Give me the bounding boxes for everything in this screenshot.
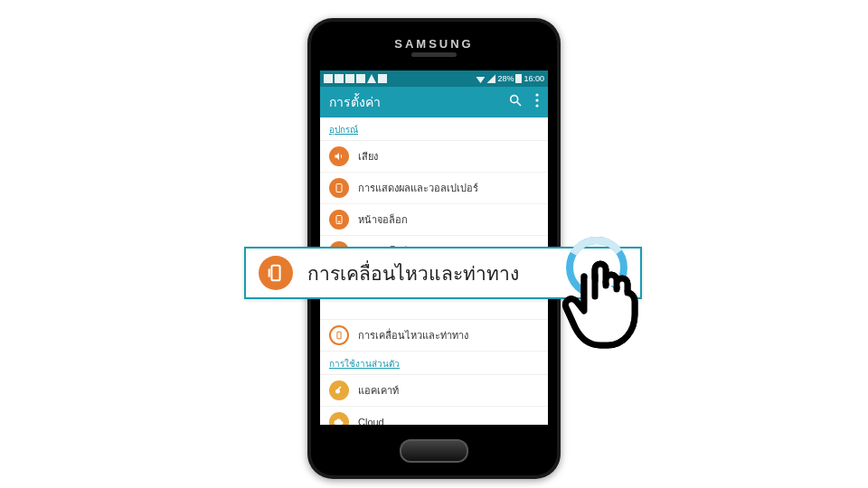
status-left xyxy=(324,74,387,83)
row-label: หน้าจอล็อก xyxy=(358,211,408,228)
row-lockscreen[interactable]: หน้าจอล็อก xyxy=(320,204,548,236)
row-label: แอคเคาท์ xyxy=(358,382,399,399)
row-label: การเคลื่อนไหวและท่าทาง xyxy=(358,327,468,343)
battery-percent: 28% xyxy=(497,74,514,83)
row-motion[interactable]: การเคลื่อนไหวและท่าทาง xyxy=(320,320,548,352)
row-label: การแสดงผลและวอลเปเปอร์ xyxy=(358,180,478,196)
row-account[interactable]: แอคเคาท์ xyxy=(320,375,548,407)
status-right: 28% 16:00 xyxy=(476,74,544,83)
phone-top: SAMSUNG xyxy=(311,22,557,65)
status-bar: 28% 16:00 xyxy=(320,70,548,87)
section-personal: การใช้งานส่วนตัว xyxy=(320,352,548,375)
callout-motion-row[interactable]: การเคลื่อนไหวและท่าทาง xyxy=(244,247,642,299)
row-display[interactable]: การแสดงผลและวอลเปเปอร์ xyxy=(320,173,548,204)
warning-icon xyxy=(367,74,376,83)
page-title: การตั้งค่า xyxy=(329,92,381,112)
clock: 16:00 xyxy=(524,74,544,83)
more-icon[interactable] xyxy=(535,93,539,111)
svg-point-7 xyxy=(338,221,340,223)
motion-icon-large xyxy=(259,256,293,290)
callout-label: การเคลื่อนไหวและท่าทาง xyxy=(307,258,519,288)
search-icon[interactable] xyxy=(508,93,523,111)
svg-point-2 xyxy=(535,93,538,96)
notification-icon xyxy=(335,74,344,83)
row-label: เสียง xyxy=(358,148,378,164)
svg-rect-5 xyxy=(336,184,342,192)
notification-icon xyxy=(324,74,333,83)
home-button[interactable] xyxy=(400,439,468,463)
notification-icon xyxy=(345,74,354,83)
svg-rect-12 xyxy=(338,387,342,390)
section-device: อุปกรณ์ xyxy=(320,117,548,141)
phone-brand: SAMSUNG xyxy=(394,37,473,51)
speaker-grille xyxy=(411,52,457,57)
row-sound[interactable]: เสียง xyxy=(320,141,548,173)
svg-point-0 xyxy=(511,96,518,103)
row-cloud[interactable]: Cloud xyxy=(320,407,548,425)
lockscreen-icon xyxy=(329,210,349,230)
svg-rect-13 xyxy=(271,266,279,281)
wifi-icon xyxy=(476,74,485,83)
notification-icon xyxy=(378,74,387,83)
svg-point-3 xyxy=(535,99,538,101)
signal-icon xyxy=(486,74,495,83)
cloud-icon xyxy=(329,412,349,425)
svg-line-1 xyxy=(517,102,521,106)
motion-icon xyxy=(329,325,349,345)
appbar-actions xyxy=(508,93,539,111)
display-icon xyxy=(329,178,349,198)
sound-icon xyxy=(329,146,349,166)
notification-icon xyxy=(356,74,365,83)
app-bar: การตั้งค่า xyxy=(320,87,548,117)
svg-point-11 xyxy=(335,389,340,394)
account-icon xyxy=(329,380,349,400)
svg-rect-10 xyxy=(337,332,341,339)
svg-point-4 xyxy=(535,104,538,107)
battery-icon xyxy=(515,74,522,83)
row-label: Cloud xyxy=(358,417,384,425)
